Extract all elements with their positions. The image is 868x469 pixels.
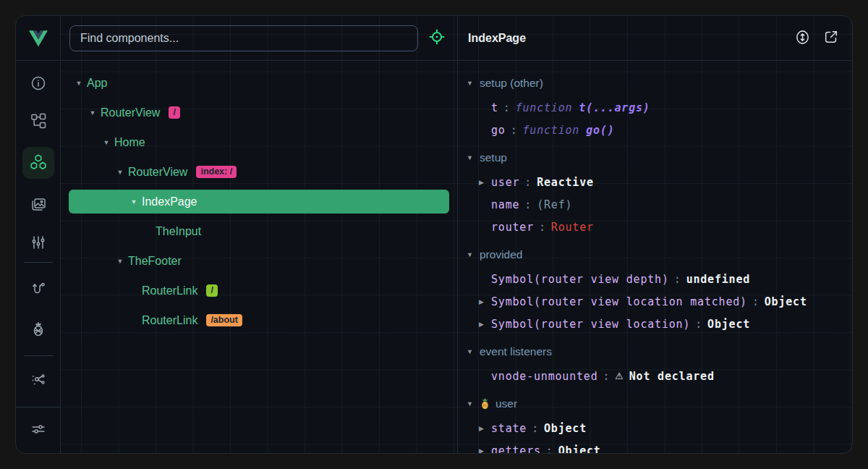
state-row: vnode-unmounted : ⚠ Not declared	[467, 365, 852, 387]
state-key: name	[491, 198, 519, 211]
tree-row[interactable]: TheFooter	[69, 249, 449, 273]
chevron-right-icon[interactable]	[479, 179, 491, 186]
components-icon	[29, 153, 48, 174]
state-key: go	[491, 124, 506, 137]
section-pinia-user[interactable]: user	[467, 394, 852, 413]
scroll-to-component-button[interactable]	[793, 29, 812, 48]
sidebar-item-pinia[interactable]	[24, 315, 53, 344]
section-setup-other[interactable]: setup (other)	[467, 74, 852, 93]
function-signature: go()	[586, 124, 614, 137]
colon: :	[524, 198, 532, 211]
state-value: undefined	[686, 273, 750, 286]
section-setup[interactable]: setup	[467, 148, 852, 167]
external-link-icon	[823, 29, 839, 47]
state-row-expandable[interactable]: state : Object	[467, 417, 852, 439]
colon: :	[674, 273, 681, 286]
component-name: IndexPage	[142, 195, 197, 208]
tree-row[interactable]: Home	[69, 130, 449, 154]
inspector-panel: IndexPage setup (other)	[457, 16, 852, 453]
sidebar-item-settings[interactable]	[24, 416, 53, 445]
colon: :	[532, 422, 539, 435]
state-value: Object	[765, 295, 807, 308]
chevron-right-icon[interactable]	[479, 321, 491, 328]
colon: :	[695, 318, 702, 331]
components-panel: App RouterView / Home RouterView index: …	[61, 16, 457, 453]
tree-row[interactable]: RouterView /	[69, 101, 449, 124]
sidebar-item-router[interactable]	[24, 275, 53, 304]
sidebar-item-assets[interactable]	[24, 190, 53, 219]
chevron-down-icon[interactable]	[114, 258, 126, 265]
component-name: RouterLink	[142, 314, 197, 327]
state-key: state	[491, 422, 527, 435]
colon: :	[546, 444, 553, 454]
chevron-down-icon[interactable]	[101, 139, 112, 146]
chevron-down-icon[interactable]	[114, 169, 126, 176]
state-key: Symbol(router view location matched)	[491, 295, 747, 308]
state-row-expandable[interactable]: Symbol(router view location matched) : O…	[467, 290, 852, 313]
tree-row[interactable]: RouterView index: /	[69, 160, 449, 184]
tree-row-selected[interactable]: IndexPage	[69, 190, 449, 214]
tree-row[interactable]: TheInput	[69, 219, 449, 243]
search-box	[69, 25, 418, 51]
state-row: name : (Ref)	[467, 193, 852, 216]
route-badge: /about	[206, 314, 242, 326]
tree-icon	[30, 112, 47, 132]
section-provided[interactable]: provided	[467, 245, 852, 264]
function-keyword: function	[516, 101, 573, 114]
vue-logo	[16, 16, 60, 61]
colon: :	[524, 176, 532, 189]
search-input[interactable]	[69, 25, 418, 51]
state-row-expandable[interactable]: user : Reactive	[467, 171, 852, 193]
state-key: Symbol(router view depth)	[491, 273, 669, 286]
sidebar-item-component-tree[interactable]	[24, 107, 53, 136]
chevron-down-icon	[467, 80, 480, 87]
state-key: user	[491, 176, 519, 189]
component-name: RouterView	[101, 106, 160, 119]
inspect-component-button[interactable]	[425, 27, 448, 50]
open-in-editor-button[interactable]	[822, 29, 841, 48]
inspector-header: IndexPage	[458, 16, 852, 61]
inspector-body: setup (other) t : function t(...args) go…	[458, 61, 852, 453]
state-row: t : function t(...args)	[467, 96, 852, 119]
chevron-down-icon[interactable]	[128, 198, 140, 206]
router-icon	[30, 280, 47, 300]
function-keyword: function	[523, 124, 580, 137]
colon: :	[603, 370, 610, 383]
state-key: Symbol(router view location)	[491, 318, 690, 331]
chevron-right-icon[interactable]	[479, 425, 491, 432]
chevron-down-icon	[467, 154, 480, 161]
state-key: router	[491, 221, 534, 234]
state-row-expandable[interactable]: getters : Object	[467, 439, 852, 453]
sidebar-item-info[interactable]	[24, 69, 53, 98]
state-row-expandable[interactable]: Symbol(router view location) : Object	[467, 313, 852, 335]
state-value: Router	[551, 221, 594, 234]
chevron-down-icon[interactable]	[73, 80, 85, 87]
function-signature: t(...args)	[579, 101, 650, 114]
section-label: event listeners	[480, 345, 552, 358]
chevron-down-icon[interactable]	[87, 109, 98, 117]
warning-icon: ⚠	[615, 371, 624, 381]
sidebar-item-graph[interactable]	[24, 366, 53, 394]
chevron-right-icon[interactable]	[479, 447, 491, 454]
graph-icon	[30, 371, 47, 390]
info-icon	[30, 75, 47, 94]
component-name: TheFooter	[128, 255, 182, 268]
chevron-right-icon[interactable]	[479, 298, 491, 305]
sidebar-item-components[interactable]	[22, 147, 54, 179]
tree-row[interactable]: App	[69, 71, 449, 95]
colon: :	[511, 124, 518, 137]
inspector-header-actions	[793, 29, 841, 48]
sidebar-item-timeline[interactable]	[24, 229, 53, 258]
tree-row[interactable]: RouterLink /about	[69, 308, 449, 332]
chevron-down-icon	[467, 400, 480, 407]
state-value: (Ref)	[537, 198, 572, 211]
chevron-down-icon	[467, 348, 480, 355]
section-label: setup	[480, 151, 507, 164]
route-badge: /	[169, 106, 179, 119]
tree-row[interactable]: RouterLink /	[69, 279, 449, 303]
section-label: provided	[480, 248, 522, 261]
state-row: router : Router	[467, 216, 852, 238]
section-event-listeners[interactable]: event listeners	[467, 342, 852, 361]
inspected-component-title: IndexPage	[468, 32, 526, 45]
component-name: RouterView	[128, 166, 187, 179]
